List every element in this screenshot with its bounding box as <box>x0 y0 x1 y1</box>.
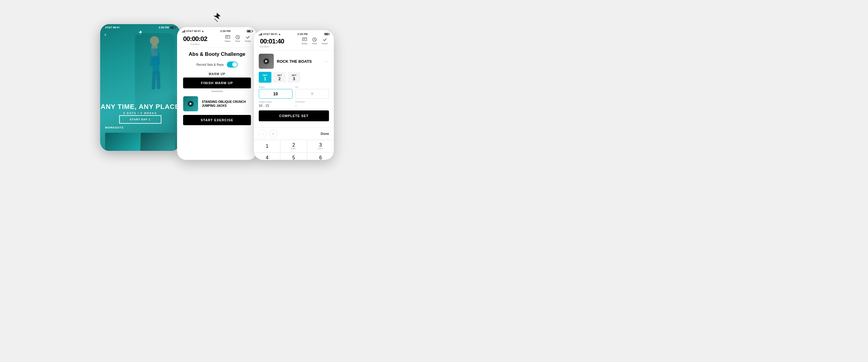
phone2-finish-label: Finish <box>245 40 251 43</box>
phone2: AT&T Wi-Fi ▲ 2:26 PM 00:00:02 Duration N… <box>177 27 257 160</box>
phone3-previous-label: Previous <box>296 101 329 103</box>
phone3-prev-arrow[interactable]: ‹ <box>259 130 267 138</box>
phone3-target-row: Target Reps 10 - 15 Previous - <box>259 101 329 107</box>
phone3-set-tab-1[interactable]: SET 1 <box>259 72 272 83</box>
phone3-status-bar: AT&T Wi-Fi ▲ 2:28 PM <box>254 30 334 36</box>
phones-container: AT&T Wi-Fi 2:26 PM ‹ <box>100 24 334 160</box>
phone3-finish-label: Finish <box>321 42 328 45</box>
phone1-hero-text: ANY TIME, ANY PLACE 5 DAYS / 5 WEEKS <box>100 103 180 115</box>
phone3-key-6[interactable]: 6 MNO <box>307 152 334 160</box>
phone2-status-bar: AT&T Wi-Fi ▲ 2:26 PM <box>177 27 257 33</box>
phone3-reps-label: Reps <box>259 86 293 88</box>
phone3-time: 2:28 PM <box>298 33 308 36</box>
phone3-target-reps-value: 10 - 15 <box>259 104 293 107</box>
phone2-header: 00:00:02 Duration Notes Rest Finish <box>177 33 257 48</box>
phone1-thumb-2[interactable] <box>141 133 176 151</box>
phone2-scroll-indicator <box>211 91 223 92</box>
phone1: AT&T Wi-Fi 2:26 PM ‹ <box>100 24 180 151</box>
phone3-more-options[interactable]: ··· <box>324 59 329 64</box>
phone3-previous-col: Previous - <box>296 101 329 107</box>
phone2-rest-btn[interactable]: Rest <box>236 35 240 43</box>
phone3-rest-btn[interactable]: Rest <box>312 37 317 45</box>
phone3-lb-col: Lb X <box>296 86 329 99</box>
phone2-toggle-row: Record Sets & Reps <box>177 60 257 69</box>
phone3-nav-row: ‹ › Done <box>254 127 334 140</box>
phone2-battery-icon <box>247 30 252 33</box>
phone3-next-arrow[interactable]: › <box>269 130 278 138</box>
phone3-finish-btn[interactable]: Finish <box>321 37 328 45</box>
phone1-time: 2:26 PM <box>158 26 169 29</box>
phone2-finish-btn[interactable]: Finish <box>245 35 251 43</box>
phone3-notes-btn[interactable]: Notes <box>301 37 307 45</box>
phone3-lb-label: Lb <box>296 86 329 88</box>
phone2-header-icons: Notes Rest Finish <box>224 35 251 43</box>
phone3-exercise-title: ROCK THE BOATS <box>277 59 321 64</box>
phone3-key-2[interactable]: 2 ABC <box>281 140 307 152</box>
phone1-hero-subtitle: 5 DAYS / 5 WEEKS <box>100 112 180 115</box>
phone1-start-day-button[interactable]: START DAY 1 <box>119 115 161 124</box>
phone3-exercise-card-top: ROCK THE BOATS ··· <box>259 54 329 69</box>
phone1-workout-thumbs <box>100 133 180 151</box>
phone2-workout-title: Abs & Booty Challenge <box>177 48 257 60</box>
phone2-signal-icon <box>182 30 185 33</box>
phone3-inputs-row: Reps 10 Lb X <box>259 86 329 99</box>
phone3-header-icons: Notes Rest Finish <box>301 37 328 45</box>
phone3-notes-label: Notes <box>301 42 307 45</box>
phone1-workouts-label: WORKOUTS <box>105 126 124 129</box>
phone3-header: 00:01:40 Duration Notes Rest Finish <box>254 36 334 51</box>
phone2-notes-btn[interactable]: Notes <box>224 35 230 43</box>
phone3: AT&T Wi-Fi ▲ 2:28 PM 00:01:40 Duration N… <box>254 30 334 160</box>
gymshark-logo <box>208 12 226 25</box>
phone2-time: 2:26 PM <box>220 30 230 33</box>
phone3-exercise-card: ROCK THE BOATS ··· SET 1 SET 2 SET 3 <box>254 51 334 127</box>
phone2-rest-label: Rest <box>236 40 240 43</box>
phone2-warm-up-label: WARM UP <box>177 69 257 78</box>
phone1-carrier: AT&T Wi-Fi <box>105 26 120 29</box>
phone3-sets-tabs: SET 1 SET 2 SET 3 <box>259 72 329 83</box>
phone3-key-5[interactable]: 5 JKL <box>281 152 307 160</box>
phone2-wifi-icon: ▲ <box>201 30 204 33</box>
phone2-duration: 00:00:02 <box>183 35 207 43</box>
phone3-exercise-video-thumb <box>259 54 274 69</box>
phone3-signal-icon <box>259 33 262 36</box>
phone3-battery-icon <box>324 33 329 35</box>
phone3-target-reps-col: Target Reps 10 - 15 <box>259 101 293 107</box>
phone1-back-button[interactable]: ‹ <box>104 31 106 38</box>
phone2-carrier: AT&T Wi-Fi <box>186 30 201 33</box>
phone2-exercise-name: STANDING OBLIQUE CRUNCH JUMPING JACKS <box>202 100 251 108</box>
phone2-toggle-label: Record Sets & Reps <box>196 63 224 66</box>
phone1-hero-title: ANY TIME, ANY PLACE <box>100 103 180 110</box>
phone2-toggle-switch[interactable] <box>227 61 238 67</box>
phone2-notes-label: Notes <box>224 40 230 43</box>
phone2-exercise-row: STANDING OBLIQUE CRUNCH JUMPING JACKS <box>177 94 257 113</box>
phone1-thumb-1[interactable] <box>105 133 140 151</box>
phone2-start-exercise-button[interactable]: START EXERCISE <box>183 115 251 125</box>
phone3-key-3[interactable]: 3 DEF <box>307 140 334 152</box>
phone3-carrier: AT&T Wi-Fi <box>263 33 278 36</box>
phone3-wifi-icon: ▲ <box>278 33 281 36</box>
phone2-finish-warmup-button[interactable]: FINISH WARM UP <box>183 78 251 88</box>
phone3-reps-input[interactable]: 10 <box>259 89 293 99</box>
phone3-set-tab-3[interactable]: SET 3 <box>288 72 301 83</box>
phone3-duration-label: Duration <box>260 45 284 48</box>
phone3-set-tab-2[interactable]: SET 2 <box>273 72 286 83</box>
phone3-target-reps-label: Target Reps <box>259 101 293 103</box>
phone3-done-button[interactable]: Done <box>321 132 329 135</box>
phone3-duration: 00:01:40 <box>260 37 284 45</box>
phone2-play-button[interactable] <box>188 101 194 107</box>
phone3-keypad: 1 2 ABC 3 DEF 4 GHI 5 JKL 6 MNO <box>254 140 334 160</box>
phone3-key-1[interactable]: 1 <box>254 140 281 152</box>
phone2-duration-label: Duration <box>183 43 207 46</box>
phone3-lb-input[interactable]: X <box>296 89 329 99</box>
phone1-status-bar: AT&T Wi-Fi 2:26 PM <box>100 24 180 29</box>
phone3-reps-col: Reps 10 <box>259 86 293 99</box>
phone3-play-button[interactable] <box>264 58 270 64</box>
phone3-complete-set-button[interactable]: COMPLETE SET <box>259 110 329 121</box>
phone3-key-4[interactable]: 4 GHI <box>254 152 281 160</box>
phone2-exercise-thumb <box>183 96 198 111</box>
phone3-previous-value: - <box>296 104 329 107</box>
phone3-rest-label: Rest <box>312 42 317 45</box>
